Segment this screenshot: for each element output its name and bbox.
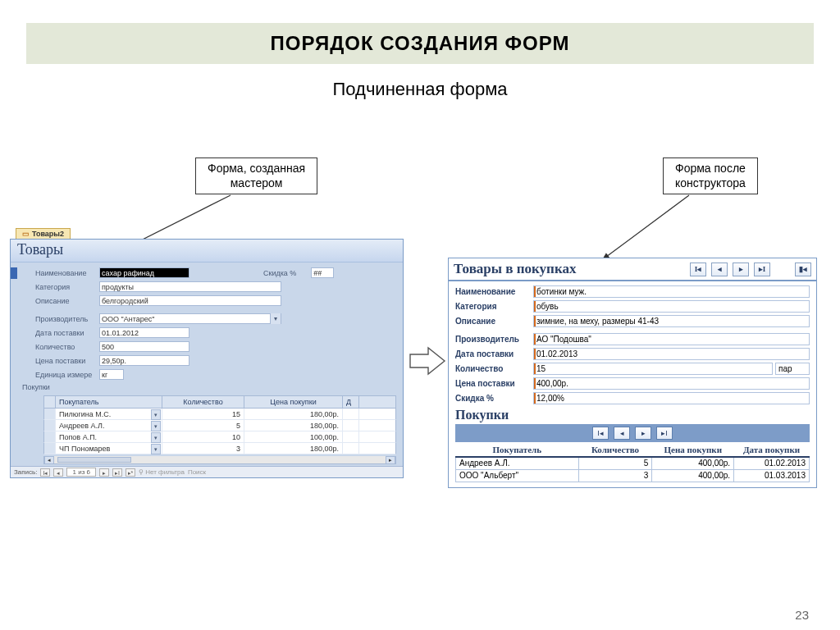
input-unit[interactable]: [99, 369, 124, 380]
wizard-form-window: ▭Товары2 Товары Наименование Скидка % Ка…: [10, 239, 404, 478]
cell-price[interactable]: 180,00р.: [244, 420, 343, 431]
col-price: Цена покупки: [244, 396, 343, 408]
cell-buyer[interactable]: ООО "Альберт": [456, 469, 579, 482]
r-value-name[interactable]: ботинки муж.: [533, 285, 810, 298]
nav-next[interactable]: ▸: [733, 262, 749, 276]
rcol-date: Дата покупки: [734, 443, 810, 457]
designer-form-window: Товары в покупках I◂ ◂ ▸ ▸I ▮◂ Наименова…: [448, 258, 817, 488]
input-qty[interactable]: [99, 341, 189, 352]
r-value-desc[interactable]: зимние, на меху, размеры 41-43: [533, 315, 810, 327]
cell-date[interactable]: 01.03.2013: [734, 469, 810, 482]
recnav-last[interactable]: ▸I: [112, 468, 122, 477]
table-row[interactable]: ООО "Альберт"3400,00р.01.03.2013: [456, 469, 810, 482]
r-label-category: Категория: [455, 302, 533, 311]
nav-first[interactable]: I◂: [690, 262, 706, 276]
table-row[interactable]: Андреев А.Л.5180,00р.: [43, 420, 396, 431]
recnav-first[interactable]: I◂: [40, 468, 50, 477]
cell-buyer[interactable]: Андреев А.Л.: [56, 420, 162, 431]
cell-price[interactable]: 180,00р.: [244, 409, 343, 419]
cell-date[interactable]: 01.02.2013: [734, 457, 810, 469]
table-row[interactable]: ЧП Пономарев3180,00р.: [43, 443, 396, 454]
scroll-right-icon[interactable]: ▸: [386, 456, 395, 464]
cell-qty[interactable]: 15: [162, 409, 244, 419]
cell-qty[interactable]: 3: [578, 469, 652, 482]
r-label-discount: Скидка %: [455, 394, 533, 403]
label-price: Цена поставки: [35, 357, 99, 365]
slide-number: 23: [795, 608, 809, 622]
recnav-next[interactable]: ▸: [99, 468, 109, 477]
r-label-price: Цена поставки: [455, 379, 533, 388]
recnav-prev[interactable]: ◂: [53, 468, 63, 477]
col-d: Д: [343, 396, 359, 408]
record-selector[interactable]: [11, 267, 17, 279]
subform-label: Покупки: [11, 381, 403, 394]
input-price[interactable]: [99, 355, 189, 366]
cell-buyer[interactable]: ЧП Пономарев: [56, 443, 162, 454]
cell-buyer[interactable]: Пилюгина М.С.: [56, 409, 162, 419]
cell-qty[interactable]: 5: [162, 420, 244, 431]
cell-qty[interactable]: 3: [162, 443, 244, 454]
cell-buyer[interactable]: Андреев А.Л.: [456, 457, 579, 469]
subform-table: Покупатель Количество Цена покупки Д Пил…: [43, 395, 396, 454]
recnav-new[interactable]: ▸*: [126, 468, 135, 477]
subform-title: Покупки: [455, 408, 810, 422]
table-row[interactable]: Пилюгина М.С.15180,00р.: [43, 409, 396, 420]
designer-form-title: Товары в покупках: [454, 261, 576, 277]
cell-qty[interactable]: 5: [578, 457, 652, 469]
r-value-maker[interactable]: АО "Подошва": [533, 333, 810, 345]
label-name: Наименование: [35, 269, 99, 277]
cell-qty[interactable]: 10: [162, 431, 244, 442]
r-value-qty[interactable]: 15: [533, 363, 773, 375]
wizard-form-title: Товары: [11, 240, 403, 262]
input-date[interactable]: [99, 327, 189, 338]
table-row[interactable]: Попов А.П.10100,00р.: [43, 431, 396, 443]
label-unit: Единица измере: [35, 371, 99, 379]
caption-left: Форма, созданная мастером: [208, 162, 305, 189]
input-desc[interactable]: [99, 295, 281, 306]
cell-price[interactable]: 100,00р.: [244, 431, 343, 442]
sub-nav-first[interactable]: I◂: [592, 427, 609, 440]
rcol-qty: Количество: [578, 443, 652, 457]
label-maker: Производитель: [35, 315, 99, 323]
subform-hscroll[interactable]: ◂ ▸: [43, 456, 396, 464]
cell-price[interactable]: 400,00р.: [652, 457, 734, 469]
nav-last[interactable]: ▸I: [754, 262, 770, 276]
slide-subtitle: Подчиненная форма: [0, 79, 840, 100]
input-discount[interactable]: [311, 267, 334, 278]
sub-nav-prev[interactable]: ◂: [614, 427, 630, 440]
combo-maker[interactable]: [99, 313, 281, 324]
cell-price[interactable]: 400,00р.: [652, 469, 734, 482]
svg-line-1: [603, 195, 689, 259]
sub-nav-next[interactable]: ▸: [635, 427, 651, 440]
r-label-name: Наименование: [455, 287, 533, 296]
r-value-date[interactable]: 01.02.2013: [533, 348, 810, 360]
r-value-price[interactable]: 400,00р.: [533, 377, 810, 390]
col-qty: Количество: [162, 396, 244, 408]
label-date: Дата поставки: [35, 329, 99, 337]
input-category[interactable]: [99, 281, 281, 292]
subform-table: Покупатель Количество Цена покупки Дата …: [455, 443, 810, 482]
nav-prev[interactable]: ◂: [711, 262, 728, 276]
r-value-unit[interactable]: пар: [775, 363, 810, 375]
r-value-category[interactable]: обувь: [533, 300, 810, 313]
scroll-thumb[interactable]: [57, 457, 131, 463]
cell-buyer[interactable]: Попов А.П.: [56, 431, 162, 442]
col-buyer: Покупатель: [56, 396, 162, 408]
subform-nav: I◂ ◂ ▸ ▸I: [455, 424, 810, 442]
sub-nav-last[interactable]: ▸I: [656, 427, 673, 440]
r-value-discount[interactable]: 12,00%: [533, 392, 810, 404]
close-button[interactable]: ▮◂: [795, 262, 811, 276]
input-name[interactable]: [99, 267, 189, 278]
transform-arrow-icon: [409, 345, 446, 377]
table-row[interactable]: Андреев А.Л.5400,00р.01.02.2013: [456, 457, 810, 469]
search-label[interactable]: Поиск: [188, 468, 206, 476]
scroll-left-icon[interactable]: ◂: [44, 456, 54, 464]
r-label-desc: Описание: [455, 317, 533, 326]
wizard-form-body: Наименование Скидка % Категория Описание…: [11, 262, 403, 466]
access-tab[interactable]: ▭Товары2: [16, 228, 71, 239]
filter-indicator[interactable]: ⚲ Нет фильтра: [139, 468, 185, 476]
cell-price[interactable]: 180,00р.: [244, 443, 343, 454]
designer-form-body: Наименованиеботинки муж. Категорияобувь …: [449, 281, 816, 487]
rcol-buyer: Покупатель: [456, 443, 579, 457]
rcol-price: Цена покупки: [652, 443, 734, 457]
